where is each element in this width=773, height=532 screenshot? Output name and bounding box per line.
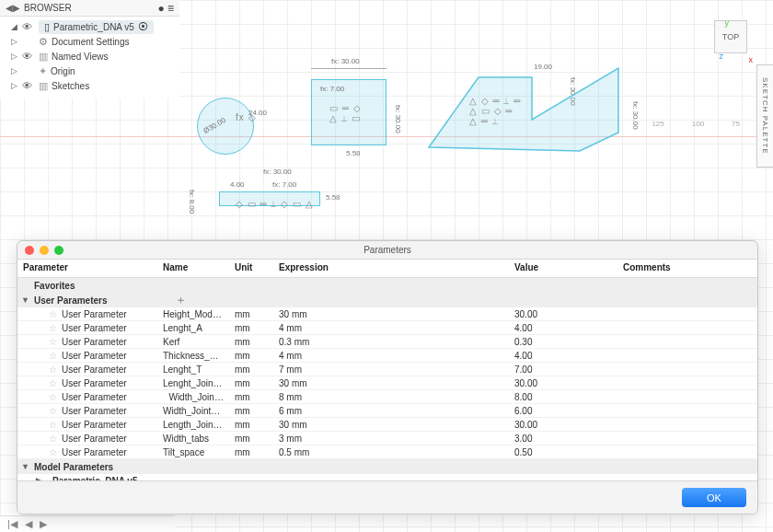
parameter-expression[interactable]: 0.5 mm [273,445,509,460]
tree-item[interactable]: ▷⚙Document Settings [9,34,179,49]
timeline-prev-icon[interactable]: ◀ [25,518,32,530]
timeline-start-icon[interactable]: |◀ [7,518,17,530]
parameter-comment[interactable] [617,353,757,358]
parameter-row[interactable]: ☆User ParameterTilt_spacemm0.5 mm0.50 [17,445,757,459]
eye-icon[interactable]: 👁 [22,21,35,32]
chevron-down-icon[interactable]: ◢ [9,22,18,31]
chevron-right-icon[interactable]: ▷ [9,37,18,46]
parameter-type-label: User Parameter [62,337,127,347]
sketch-rect2-group[interactable]: fx: 30.00 4.00 fx: 7.00 fx: 8.00 5.58 ◇ … [190,173,346,230]
tree-root[interactable]: ◢ 👁 ▯ Parametric_DNA v5 ⦿ [9,19,179,34]
user-parameters-label: User Parameters [34,295,108,306]
sketch-palette-toggle[interactable]: SKETCH PALETTE [756,64,773,168]
viewcube-face-label: TOP [722,32,739,41]
col-parameter: Parameter [17,260,157,277]
dim-top[interactable]: fx: 30.00 [263,168,292,176]
axis-z-label: z [720,52,724,61]
dim-top[interactable]: fx: 30.00 [331,57,360,65]
constraint-glyphs: △ ◇ ═ ⟂ ═△ ▭ ◇ ═ △ ═ ⟂ [469,96,521,126]
parameter-comment[interactable] [617,366,757,372]
sketch-poly-group[interactable]: 19.00 fx: 30.00 △ ◇ ═ ⟂ ═△ ▭ ◇ ═ △ ═ ⟂ f… [423,64,644,166]
panel-menu-icon[interactable]: ● ≡ [157,2,174,15]
chevron-right-icon[interactable]: ▷ [9,66,18,75]
tree-item-label: Document Settings [52,37,130,47]
dim-h[interactable]: 5.58 [326,193,340,202]
favorite-star-icon[interactable]: ☆ [49,323,57,333]
parameter-value: 0.50 [509,445,617,460]
dialog-footer: OK [17,480,757,514]
favorite-star-icon[interactable]: ☆ [49,309,57,319]
favorites-label: Favorites [34,281,75,291]
constraint-glyphs: fx ◇ [236,112,257,122]
dim-right[interactable]: fx: 30.00 [631,101,640,130]
dim-width[interactable]: fx: 7.00 [320,85,344,93]
parameter-comment[interactable] [617,435,757,441]
tree-item-label: Sketches [52,81,89,91]
sketch-rect1-group[interactable]: fx: 30.00 fx: 7.00 fx: 30.00 5.58 ▭ ═ ◇△… [302,63,403,164]
parameter-comment[interactable] [617,449,757,455]
favorite-star-icon[interactable]: ☆ [49,420,57,430]
parameter-unit[interactable]: mm [229,445,273,460]
parameter-comment[interactable] [617,380,757,386]
chevron-right-icon[interactable]: ▷ [9,52,18,61]
component-icon: ▯ [44,21,50,33]
parameters-table[interactable]: Parameter Name Unit Expression Value Com… [17,260,757,480]
axis-x-label: x [749,55,754,64]
chevron-down-icon[interactable]: ▼ [21,295,32,305]
browser-tree[interactable]: ◢ 👁 ▯ Parametric_DNA v5 ⦿ ▷⚙Document Set… [0,17,179,98]
browser-panel[interactable]: ◀▶ BROWSER ● ≡ ◢ 👁 ▯ Parametric_DNA v5 ⦿… [0,0,179,98]
dim-right[interactable]: fx: 30.00 [394,105,402,133]
col-comments: Comments [617,260,757,277]
col-value: Value [509,260,617,277]
collapse-icon[interactable]: ◀▶ [6,3,20,13]
favorite-star-icon[interactable]: ☆ [49,392,57,402]
parameter-type-label: User Parameter [62,378,127,388]
model-item-row[interactable]: ▶Parametric_DNA v5 [17,474,757,480]
eye-icon[interactable]: 👁 [22,51,35,62]
folder-icon: ▥ [39,80,48,92]
parameter-comment[interactable] [617,394,757,399]
favorites-section[interactable]: Favorites [17,278,757,293]
origin-icon: ✦ [39,65,47,77]
favorite-star-icon[interactable]: ☆ [49,378,57,388]
parameter-type-label: User Parameter [62,420,127,430]
dim-a[interactable]: 4.00 [230,180,245,189]
ok-button[interactable]: OK [682,488,746,507]
tree-item[interactable]: ▷✦Origin [9,64,179,78]
parameter-type-label: User Parameter [62,309,127,319]
tree-root-label: Parametric_DNA v5 [53,22,134,32]
parameters-dialog[interactable]: Parameters Parameter Name Unit Expressio… [17,240,758,515]
parameter-type-label: User Parameter [62,364,127,375]
parameter-comment[interactable] [617,422,757,427]
parameter-type-label: User Parameter [62,406,127,416]
parameter-name[interactable]: Tilt_space [157,445,229,460]
parameter-type-label: User Parameter [62,351,127,361]
parameter-comment[interactable] [617,339,757,344]
axis-y-label: y [725,18,730,28]
dim-height[interactable]: 5.58 [346,149,361,157]
timeline-next-icon[interactable]: ▶ [40,518,47,530]
favorite-star-icon[interactable]: ☆ [49,351,57,361]
favorite-star-icon[interactable]: ☆ [49,406,57,416]
sketch-circle-group[interactable]: Ø30.00 24.00 fx ◇ [193,92,285,175]
parameter-comment[interactable] [617,325,757,330]
tree-item[interactable]: ▷👁▥Named Views [9,49,179,64]
dim-left[interactable]: fx: 8.00 [188,190,196,214]
col-expression: Expression [273,260,509,277]
dialog-titlebar[interactable]: Parameters [17,241,757,260]
eye-icon[interactable]: 👁 [22,80,35,91]
polygon-shape[interactable] [423,64,644,166]
dim-b[interactable]: fx: 7.00 [272,180,296,189]
parameter-comment[interactable] [617,408,757,413]
viewcube[interactable]: TOP [714,20,747,53]
parameter-comment[interactable] [617,311,757,317]
tree-item[interactable]: ▷👁▥Sketches [9,78,179,93]
chevron-right-icon[interactable]: ▷ [9,81,18,90]
browser-header[interactable]: ◀▶ BROWSER ● ≡ [0,0,179,17]
chevron-down-icon[interactable]: ▼ [21,462,32,471]
favorite-star-icon[interactable]: ☆ [49,337,57,347]
favorite-star-icon[interactable]: ☆ [49,447,57,457]
favorite-star-icon[interactable]: ☆ [49,434,57,444]
favorite-star-icon[interactable]: ☆ [49,364,57,375]
timeline-bar[interactable]: |◀ ◀ ▶ [0,515,175,532]
